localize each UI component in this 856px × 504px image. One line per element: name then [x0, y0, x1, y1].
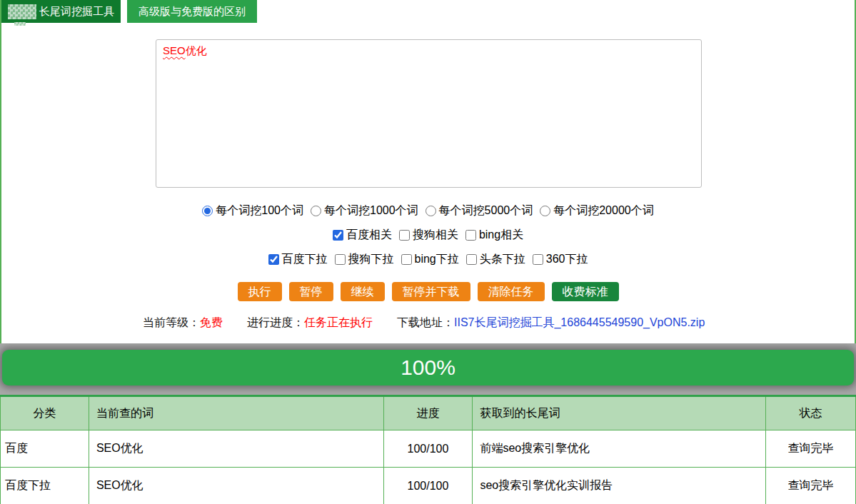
- level-value: 免费: [200, 316, 223, 328]
- radio-mine-100-label: 每个词挖100个词: [216, 203, 303, 218]
- radio-mine-1000[interactable]: 每个词挖1000个词: [311, 203, 418, 218]
- cell-current-word: SEO优化: [89, 468, 383, 504]
- check-toutiao-dropdown[interactable]: 头条下拉: [466, 252, 525, 267]
- main-panel: 长尾词挖掘工具 高级版与免费版的区别 SEO优化 每个词挖100个词 每个词挖1…: [0, 0, 856, 343]
- progress-percent: 100%: [401, 356, 455, 380]
- check-toutiao-dropdown-input[interactable]: [466, 254, 477, 265]
- check-baidu-dropdown-label: 百度下拉: [282, 252, 328, 267]
- related-source-options: 百度相关 搜狗相关 bing相关: [1, 228, 855, 243]
- check-360-dropdown-label: 360下拉: [546, 252, 588, 267]
- header-progress: 进度: [383, 396, 473, 430]
- tab-version-diff[interactable]: 高级版与免费版的区别: [127, 0, 257, 23]
- censored-blur: [8, 4, 36, 19]
- check-baidu-dropdown[interactable]: 百度下拉: [268, 252, 328, 267]
- header-category: 分类: [1, 396, 89, 430]
- check-360-dropdown-input[interactable]: [533, 254, 543, 265]
- cell-longtail-words: seo搜索引擎优化实训报告: [473, 468, 766, 504]
- tab-keyword-tool-label: 长尾词挖掘工具: [39, 5, 114, 19]
- check-sogou-related-label: 搜狗相关: [413, 228, 458, 243]
- app-window: 长尾词挖掘工具 高级版与免费版的区别 SEO优化 每个词挖100个词 每个词挖1…: [0, 0, 856, 504]
- cell-category: 百度: [1, 430, 89, 468]
- keyword-text-cjk: 优化: [186, 44, 207, 56]
- radio-mine-5000[interactable]: 每个词挖5000个词: [426, 203, 533, 218]
- check-toutiao-dropdown-label: 头条下拉: [480, 252, 525, 267]
- check-baidu-related-label: 百度相关: [346, 228, 392, 243]
- header-status: 状态: [766, 396, 856, 430]
- cell-status: 查询完毕: [766, 468, 856, 504]
- cell-progress: 100/100: [383, 430, 473, 468]
- check-baidu-related-input[interactable]: [333, 230, 343, 241]
- radio-mine-100-input[interactable]: [202, 206, 213, 216]
- radio-mine-20000-input[interactable]: [540, 206, 550, 216]
- progress-status: 进行进度：任务正在执行: [247, 316, 373, 331]
- progress-bar: 100%: [2, 350, 854, 385]
- check-bing-related-label: bing相关: [479, 228, 523, 243]
- tab-bar: 长尾词挖掘工具 高级版与免费版的区别: [1, 0, 855, 23]
- level-label: 当前等级：: [143, 316, 200, 328]
- check-sogou-dropdown[interactable]: 搜狗下拉: [335, 252, 394, 267]
- radio-mine-100[interactable]: 每个词挖100个词: [202, 203, 303, 218]
- radio-mine-20000-label: 每个词挖20000个词: [553, 203, 654, 218]
- check-bing-related-input[interactable]: [465, 230, 476, 241]
- check-sogou-related[interactable]: 搜狗相关: [399, 228, 458, 243]
- check-bing-dropdown-label: bing下拉: [415, 252, 459, 267]
- status-bar: 当前等级：免费 进行进度：任务正在执行 下载地址：IIS7长尾词挖掘工具_168…: [1, 316, 855, 331]
- tab-version-diff-label: 高级版与免费版的区别: [139, 5, 246, 19]
- table-row-baidu-dropdown: 百度下拉 SEO优化 100/100 seo搜索引擎优化实训报告 查询完毕: [1, 468, 856, 504]
- check-baidu-related[interactable]: 百度相关: [333, 228, 392, 243]
- check-bing-related[interactable]: bing相关: [465, 228, 523, 243]
- radio-mine-20000[interactable]: 每个词挖20000个词: [540, 203, 654, 218]
- mine-count-options: 每个词挖100个词 每个词挖1000个词 每个词挖5000个词 每个词挖2000…: [1, 203, 855, 218]
- cell-current-word: SEO优化: [89, 430, 383, 468]
- table-header-row: 分类 当前查的词 进度 获取到的长尾词 状态: [1, 396, 856, 430]
- cell-progress: 100/100: [383, 468, 473, 504]
- results-table: 分类 当前查的词 进度 获取到的长尾词 状态 百度 SEO优化 100/100 …: [0, 395, 856, 504]
- cell-status: 查询完毕: [766, 430, 856, 468]
- pause-button[interactable]: 暂停: [289, 282, 333, 301]
- check-bing-dropdown[interactable]: bing下拉: [401, 252, 459, 267]
- pricing-button[interactable]: 收费标准: [552, 282, 619, 301]
- execute-button[interactable]: 执行: [238, 282, 282, 301]
- download-link[interactable]: IIS7长尾词挖掘工具_1686445549590_VpON5.zip: [454, 316, 705, 328]
- progress-value: 任务正在执行: [304, 316, 373, 328]
- radio-mine-1000-input[interactable]: [311, 206, 321, 216]
- clear-tasks-button[interactable]: 清除任务: [478, 282, 545, 301]
- download-status: 下载地址：IIS7长尾词挖掘工具_1686445549590_VpON5.zip: [397, 316, 705, 331]
- check-sogou-related-input[interactable]: [399, 230, 410, 241]
- results-section: 100% 分类 当前查的词 进度 获取到的长尾词 状态 百度 SEO优化 100…: [0, 343, 856, 504]
- resume-button[interactable]: 继续: [341, 282, 385, 301]
- header-current-word: 当前查的词: [89, 396, 383, 430]
- radio-mine-5000-label: 每个词挖5000个词: [439, 203, 533, 218]
- action-buttons: 执行 暂停 继续 暂停并下载 清除任务 收费标准: [1, 282, 855, 301]
- keywords-textarea[interactable]: SEO优化: [156, 39, 702, 188]
- check-sogou-dropdown-label: 搜狗下拉: [348, 252, 394, 267]
- check-360-dropdown[interactable]: 360下拉: [533, 252, 588, 267]
- radio-mine-1000-label: 每个词挖1000个词: [324, 203, 418, 218]
- download-label: 下载地址：: [397, 316, 454, 328]
- level-status: 当前等级：免费: [143, 316, 223, 331]
- keyword-text-latin: SEO: [163, 44, 186, 56]
- radio-mine-5000-input[interactable]: [426, 206, 436, 216]
- header-longtail-words: 获取到的长尾词: [473, 396, 766, 430]
- check-baidu-dropdown-input[interactable]: [268, 254, 279, 265]
- pause-and-download-button[interactable]: 暂停并下载: [392, 282, 470, 301]
- progress-label: 进行进度：: [247, 316, 304, 328]
- check-sogou-dropdown-input[interactable]: [335, 254, 346, 265]
- cell-category: 百度下拉: [1, 468, 89, 504]
- cell-longtail-words: 前端seo搜索引擎优化: [473, 430, 766, 468]
- check-bing-dropdown-input[interactable]: [401, 254, 412, 265]
- dropdown-source-options: 百度下拉 搜狗下拉 bing下拉 头条下拉 360下拉: [1, 252, 855, 267]
- table-row-baidu: 百度 SEO优化 100/100 前端seo搜索引擎优化 查询完毕: [1, 430, 856, 468]
- tab-keyword-tool[interactable]: 长尾词挖掘工具: [1, 0, 121, 23]
